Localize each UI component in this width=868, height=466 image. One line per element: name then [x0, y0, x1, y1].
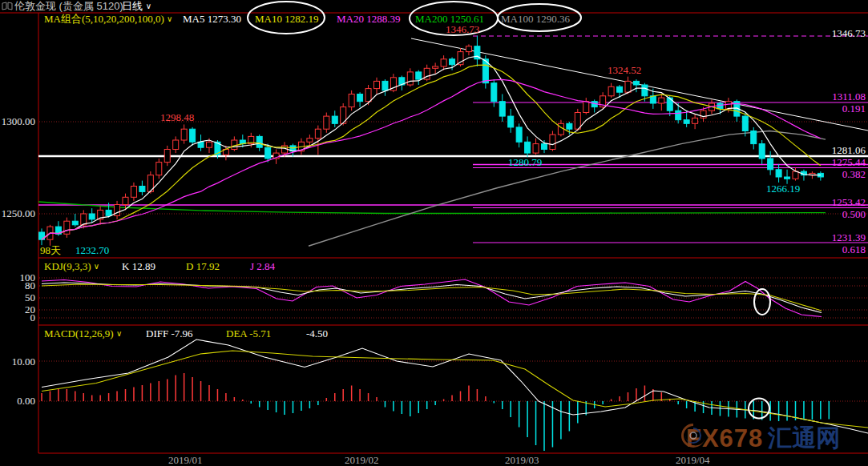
fib-price-label: 1275.44: [832, 157, 866, 168]
kdj-dropdown[interactable]: KDJ(9,3,3) ∨: [44, 261, 99, 273]
x-axis-label: 2019/04: [676, 455, 710, 466]
fib-price-label: 1311.08: [832, 91, 866, 102]
swing-high-label: 1324.52: [608, 65, 641, 76]
ma10-value: MA10 1282.19: [255, 14, 318, 25]
ma-group-label: MA组合(5,10,20,200,100,0): [44, 13, 164, 25]
timeframe-dropdown[interactable]: 日线 ∨: [122, 1, 151, 13]
kdj-k-value: K 12.89: [122, 261, 155, 272]
trading-chart-window: 伦敦金现 (贵金属 5120) 日线 ∨ MA组合(5,10,20,200,10…: [0, 0, 868, 466]
price-label-high: 1346.73: [832, 28, 866, 39]
macd-dropdown[interactable]: MACD(12,26,9) ∨: [44, 328, 122, 340]
y-axis-label: 1250.00: [0, 208, 35, 219]
fib-ratio-label: 0.191: [842, 103, 866, 114]
swing-low-label: 1232.70: [75, 245, 109, 256]
macd-bar-value: -4.50: [306, 328, 328, 339]
x-axis-label: 2019/02: [345, 455, 379, 466]
kdj-d-value: D 17.92: [186, 261, 220, 272]
instrument-title: 伦敦金现 (贵金属 5120): [14, 1, 123, 12]
swing-high-label: 1298.48: [160, 112, 194, 123]
fib-ratio-label: 0.500: [842, 209, 866, 220]
macd-axis-label: 0.00: [0, 396, 35, 407]
ma20-value: MA20 1288.39: [337, 14, 400, 25]
ma-group-dropdown[interactable]: MA组合(5,10,20,200,100,0) ∨: [44, 14, 172, 26]
macd-diff-value: DIFF -7.96: [146, 328, 193, 339]
fib-ratio-label: 0.382: [842, 169, 866, 180]
watermark-huitong-text: 汇通网: [768, 422, 840, 455]
title-bar: 伦敦金现 (贵金属 5120) 日线 ∨: [0, 0, 868, 13]
fib-ratio-label: 0.618: [842, 244, 866, 255]
ma5-value: MA5 1273.30: [183, 14, 241, 25]
chevron-down-icon: ∨: [146, 2, 151, 10]
watermark: FX678 汇通网: [680, 422, 840, 455]
chevron-down-icon: ∨: [167, 14, 172, 23]
swing-low-label: 1266.19: [766, 183, 800, 195]
y-axis-label: 1300.00: [0, 116, 35, 127]
chevron-down-icon: ∨: [94, 262, 99, 271]
kdj-axis-label: 80: [0, 280, 35, 291]
macd-dea-value: DEA -5.71: [226, 328, 271, 339]
chevron-down-icon: ∨: [116, 329, 122, 338]
kdj-title: KDJ(9,3,3): [44, 260, 91, 272]
macd-title: MACD(12,26,9): [44, 327, 114, 339]
chart-plot-area[interactable]: [0, 0, 868, 466]
swing-low-label: 1280.79: [508, 157, 542, 168]
fib-price-label: 1253.42: [832, 197, 866, 208]
x-axis-label: 2019/01: [168, 455, 203, 466]
kdj-j-value: J 2.84: [250, 261, 275, 272]
timeframe-label: 日线: [122, 0, 143, 12]
x-axis-label: 2019/03: [505, 455, 539, 466]
ma100-value: MA100 1290.36: [501, 14, 570, 25]
fib-price-label: 1231.39: [832, 232, 866, 243]
period-days-label: 98天: [40, 245, 61, 256]
kdj-axis-label: 50: [0, 292, 35, 303]
swing-high-label: 1346.73: [446, 24, 479, 35]
macd-axis-label: 10.00: [0, 356, 35, 368]
kdj-axis-label: 0: [0, 312, 35, 323]
current-price-label: 1281.06: [832, 145, 866, 156]
